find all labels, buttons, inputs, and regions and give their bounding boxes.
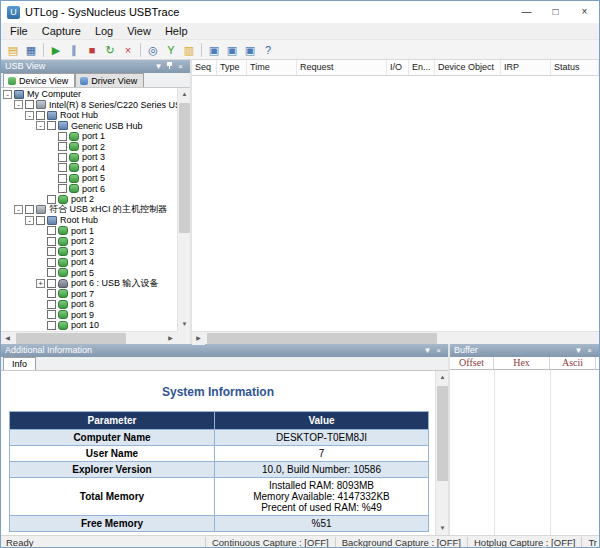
buffer-window-icon[interactable]: ▣ <box>223 41 241 58</box>
tree-checkbox[interactable] <box>47 121 56 130</box>
tree-checkbox[interactable] <box>58 153 67 162</box>
tree-expander-icon[interactable]: - <box>36 121 45 130</box>
tree-checkbox[interactable] <box>47 226 56 235</box>
tree-checkbox[interactable] <box>36 216 45 225</box>
tree-checkbox[interactable] <box>58 142 67 151</box>
menu-item-log[interactable]: Log <box>88 24 120 38</box>
tree-vertical-scrollbar[interactable]: ▲ ▼ <box>177 88 190 331</box>
column-header-status[interactable]: Status <box>551 60 599 75</box>
tree-expander-icon[interactable]: - <box>14 100 23 109</box>
column-header-time[interactable]: Time <box>247 60 297 75</box>
chevron-down-icon[interactable]: ▼ <box>573 345 584 356</box>
tree-item-port-6[interactable]: port 6 <box>1 184 177 195</box>
tree-item-port-2[interactable]: port 2 <box>1 142 177 153</box>
tree-checkbox[interactable] <box>47 289 56 298</box>
menu-item-file[interactable]: File <box>3 24 35 38</box>
tree-checkbox[interactable] <box>58 132 67 141</box>
column-header-i-o[interactable]: I/O <box>387 60 409 75</box>
close-icon[interactable]: × <box>584 345 595 356</box>
scrollbar-thumb[interactable] <box>16 333 126 344</box>
close-button[interactable]: × <box>570 1 599 23</box>
tree-item-port-4[interactable]: port 4 <box>1 257 177 268</box>
scroll-right-icon[interactable]: ▶ <box>164 332 177 344</box>
scrollbar-thumb[interactable] <box>179 103 190 233</box>
scroll-right-icon[interactable]: ▶ <box>192 332 205 345</box>
tree-checkbox[interactable] <box>47 268 56 277</box>
device-view-window-icon[interactable]: ▣ <box>205 41 223 58</box>
help-icon[interactable]: ? <box>259 41 277 58</box>
menu-item-capture[interactable]: Capture <box>35 24 88 38</box>
menu-item-help[interactable]: Help <box>158 24 195 38</box>
tree-item-my-computer[interactable]: -My Computer <box>1 89 177 100</box>
statistics-icon[interactable]: ▥ <box>180 41 198 58</box>
tree-checkbox[interactable] <box>47 321 56 330</box>
tree-item-generic-usb-hub[interactable]: -Generic USB Hub <box>1 121 177 132</box>
close-icon[interactable]: × <box>175 61 186 72</box>
tree-item-port-4[interactable]: port 4 <box>1 163 177 174</box>
trace-list-body[interactable] <box>192 76 599 331</box>
tab-driver-view[interactable]: Driver View <box>75 73 144 87</box>
tree-item-port-8[interactable]: port 8 <box>1 299 177 310</box>
filter-icon[interactable]: Y <box>162 41 180 58</box>
tree-expander-icon[interactable]: + <box>36 279 45 288</box>
tree-checkbox[interactable] <box>58 174 67 183</box>
tree-checkbox[interactable] <box>47 237 56 246</box>
tree-item-port-7[interactable]: port 7 <box>1 289 177 300</box>
chevron-down-icon[interactable]: ▼ <box>153 61 164 72</box>
tab-info[interactable]: Info <box>3 357 36 370</box>
scroll-down-icon[interactable]: ▼ <box>178 318 190 331</box>
tree-item-port-6-usb[interactable]: +port 6 : USB 输入设备 <box>1 278 177 289</box>
stop-capture-icon[interactable]: ■ <box>83 41 101 58</box>
tree-item-port-1[interactable]: port 1 <box>1 226 177 237</box>
column-header-seq[interactable]: Seq <box>192 60 217 75</box>
tree-checkbox[interactable] <box>47 258 56 267</box>
scroll-up-icon[interactable]: ▲ <box>436 371 448 384</box>
tree-item-usb-xhci[interactable]: -符合 USB xHCI 的主机控制器 <box>1 205 177 216</box>
tree-item-port-3[interactable]: port 3 <box>1 152 177 163</box>
find-icon[interactable]: ◎ <box>144 41 162 58</box>
open-file-icon[interactable]: ▤ <box>4 41 22 58</box>
tree-checkbox[interactable] <box>47 300 56 309</box>
tree-checkbox[interactable] <box>25 100 34 109</box>
tree-horizontal-scrollbar[interactable]: ◀ ▶ <box>1 331 177 344</box>
tab-device-view[interactable]: Device View <box>3 73 75 87</box>
tree-checkbox[interactable] <box>47 247 56 256</box>
tree-item-port-2[interactable]: port 2 <box>1 236 177 247</box>
tree-checkbox[interactable] <box>47 279 56 288</box>
tree-checkbox[interactable] <box>58 184 67 193</box>
tree-item-port-9[interactable]: port 9 <box>1 310 177 321</box>
tree-item-intel-r-8-series-c220-series-usb-ehci-1-8i[interactable]: -Intel(R) 8 Series/C220 Series USB EHCI … <box>1 100 177 111</box>
pin-icon[interactable] <box>164 60 175 73</box>
tree-expander-icon[interactable]: - <box>14 205 23 214</box>
scroll-up-icon[interactable]: ▲ <box>178 88 190 101</box>
scrollbar-thumb[interactable] <box>207 333 437 344</box>
tree-item-port-10[interactable]: port 10 <box>1 320 177 331</box>
column-header-irp[interactable]: IRP <box>501 60 551 75</box>
column-header-type[interactable]: Type <box>217 60 247 75</box>
tree-expander-icon[interactable]: - <box>25 111 34 120</box>
start-capture-icon[interactable]: ▶ <box>47 41 65 58</box>
scroll-left-icon[interactable]: ◀ <box>1 332 14 344</box>
trace-horizontal-scrollbar[interactable]: ◀ ▶ <box>192 331 599 344</box>
menu-item-view[interactable]: View <box>120 24 158 38</box>
minimize-button[interactable]: — <box>512 1 541 23</box>
scroll-down-icon[interactable]: ▼ <box>436 522 448 535</box>
column-header-en[interactable]: En... <box>409 60 435 75</box>
tree-expander-icon[interactable]: - <box>3 90 12 99</box>
pause-capture-icon[interactable]: ∥ <box>65 41 83 58</box>
close-icon[interactable]: × <box>433 345 444 356</box>
tree-item-port-3[interactable]: port 3 <box>1 247 177 258</box>
chevron-down-icon[interactable]: ▼ <box>422 345 433 356</box>
tree-expander-icon[interactable]: - <box>25 216 34 225</box>
tree-item-root-hub[interactable]: -Root Hub <box>1 215 177 226</box>
tree-checkbox[interactable] <box>47 310 56 319</box>
tree-checkbox[interactable] <box>25 205 34 214</box>
column-header-request[interactable]: Request <box>297 60 387 75</box>
tree-checkbox[interactable] <box>58 163 67 172</box>
column-header-device-object[interactable]: Device Object <box>435 60 501 75</box>
info-window-icon[interactable]: ▣ <box>241 41 259 58</box>
tree-checkbox[interactable] <box>36 111 45 120</box>
save-icon[interactable]: ▦ <box>22 41 40 58</box>
tree-item-port-1[interactable]: port 1 <box>1 131 177 142</box>
restart-capture-icon[interactable]: ↻ <box>101 41 119 58</box>
